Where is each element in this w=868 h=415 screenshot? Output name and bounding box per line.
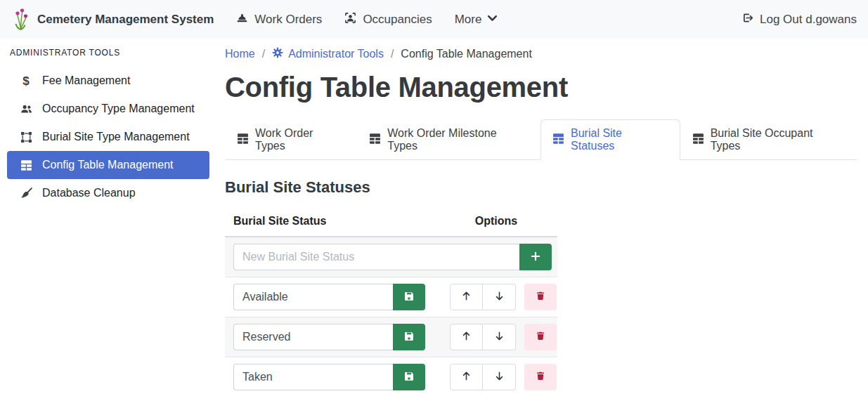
breadcrumb-administrator-tools[interactable]: Administrator Tools <box>272 47 384 61</box>
arrow-up-icon <box>461 291 472 303</box>
sidebar-header: ADMINISTRATOR TOOLS <box>10 48 209 58</box>
delete-status-button[interactable] <box>524 364 557 390</box>
logout-label: Log Out d.gowans <box>760 13 857 27</box>
arrow-up-icon <box>461 371 472 383</box>
save-icon <box>403 331 415 344</box>
reorder-button-group <box>450 324 516 350</box>
table-icon <box>369 133 381 147</box>
new-status-row <box>225 237 557 277</box>
chevron-down-icon <box>486 12 498 27</box>
status-value-input[interactable] <box>233 284 393 310</box>
tab-label: Burial Site Statuses <box>571 127 668 152</box>
sidebar-item-database-cleanup[interactable]: Database Cleanup <box>7 179 209 207</box>
reorder-button-group <box>450 364 516 390</box>
logout-icon <box>741 12 753 27</box>
column-header-burial-site-status: Burial Site Status <box>225 209 435 237</box>
breadcrumb-home[interactable]: Home <box>225 48 255 60</box>
nav-link-label: More <box>455 13 482 27</box>
save-status-button[interactable] <box>393 364 425 390</box>
column-header-options: Options <box>435 209 557 237</box>
nav-link-work-orders[interactable]: Work Orders <box>236 12 322 27</box>
save-status-button[interactable] <box>393 324 425 350</box>
sidebar-item-label: Config Table Management <box>42 159 174 171</box>
sidebar: ADMINISTRATOR TOOLS $ Fee Management Occ… <box>0 39 218 415</box>
delete-status-button[interactable] <box>524 324 557 350</box>
move-down-button[interactable] <box>483 324 516 350</box>
reorder-button-group <box>450 284 516 310</box>
tab-work-order-types[interactable]: Work Order Types <box>225 119 357 160</box>
sidebar-item-label: Fee Management <box>42 74 130 87</box>
status-value-input[interactable] <box>233 364 393 390</box>
breadcrumb: Home / Administrator Tools / Config <box>225 47 868 61</box>
move-down-button[interactable] <box>483 284 516 310</box>
broom-icon <box>19 186 33 200</box>
table-icon <box>552 133 564 147</box>
sidebar-item-label: Database Cleanup <box>42 187 136 199</box>
status-row-available <box>225 277 557 317</box>
tab-label: Work Order Milestone Types <box>387 127 529 152</box>
app-window: Cemetery Management System Work Orders O… <box>0 0 868 415</box>
table-icon <box>692 133 704 147</box>
sidebar-item-config-table-management[interactable]: Config Table Management <box>7 151 209 179</box>
move-up-button[interactable] <box>450 324 483 350</box>
save-icon <box>403 291 415 304</box>
brand-title: Cemetery Management System <box>37 13 214 27</box>
sidebar-item-occupancy-type-management[interactable]: Occupancy Type Management <box>7 95 209 123</box>
arrow-down-icon <box>494 291 505 303</box>
sidebar-item-label: Burial Site Type Management <box>42 131 190 143</box>
brand[interactable]: Cemetery Management System <box>11 6 214 34</box>
move-up-button[interactable] <box>450 364 483 390</box>
logout-button[interactable]: Log Out d.gowans <box>741 12 857 27</box>
tab-burial-site-statuses[interactable]: Burial Site Statuses <box>540 119 680 160</box>
table-icon <box>19 158 33 172</box>
tab-work-order-milestone-types[interactable]: Work Order Milestone Types <box>357 119 540 160</box>
arrow-down-icon <box>494 371 505 383</box>
arrow-up-icon <box>461 331 472 343</box>
sidebar-item-label: Occupancy Type Management <box>42 103 195 115</box>
table-icon <box>237 133 249 147</box>
delete-status-button[interactable] <box>524 284 557 310</box>
plus-icon <box>530 251 541 264</box>
nav-link-occupancies[interactable]: Occupancies <box>344 12 432 27</box>
tab-burial-site-occupant-types[interactable]: Burial Site Occupant Types <box>680 119 857 160</box>
breadcrumb-current: Config Table Management <box>401 48 532 60</box>
breadcrumb-separator: / <box>391 48 394 60</box>
add-status-button[interactable] <box>519 244 552 270</box>
sidebar-item-burial-site-type-management[interactable]: Burial Site Type Management <box>7 123 209 151</box>
nav-link-label: Occupancies <box>363 13 432 27</box>
status-table: Burial Site Status Options <box>225 209 557 397</box>
main-content: Home / Administrator Tools / Config <box>225 39 868 415</box>
people-icon <box>19 102 33 116</box>
top-navbar: Cemetery Management System Work Orders O… <box>0 0 868 39</box>
breadcrumb-separator: / <box>262 48 265 60</box>
person-bounding-box-icon <box>344 12 356 27</box>
save-icon <box>403 371 415 384</box>
trash-icon <box>536 331 545 343</box>
trash-icon <box>536 371 545 383</box>
section-heading: Burial Site Statuses <box>225 178 868 197</box>
arrow-down-icon <box>494 331 505 343</box>
hard-hat-icon <box>236 12 248 27</box>
dollar-icon: $ <box>19 74 33 88</box>
gear-icon <box>272 47 283 61</box>
move-up-button[interactable] <box>450 284 483 310</box>
tab-label: Work Order Types <box>255 127 345 152</box>
status-value-input[interactable] <box>233 324 393 350</box>
page-title: Config Table Management <box>225 72 868 103</box>
trash-icon <box>536 291 545 303</box>
tab-bar: Work Order Types Work Order Milestone Ty… <box>225 119 857 160</box>
move-down-button[interactable] <box>483 364 516 390</box>
status-row-taken <box>225 357 557 397</box>
tab-label: Burial Site Occupant Types <box>711 127 845 152</box>
bounding-box-icon <box>19 130 33 144</box>
new-status-input[interactable] <box>233 244 519 270</box>
status-row-reserved <box>225 317 557 357</box>
tulips-logo-icon <box>11 6 30 34</box>
save-status-button[interactable] <box>393 284 425 310</box>
nav-link-label: Work Orders <box>254 13 322 27</box>
nav-link-more[interactable]: More <box>455 12 499 27</box>
sidebar-item-fee-management[interactable]: $ Fee Management <box>7 67 209 95</box>
